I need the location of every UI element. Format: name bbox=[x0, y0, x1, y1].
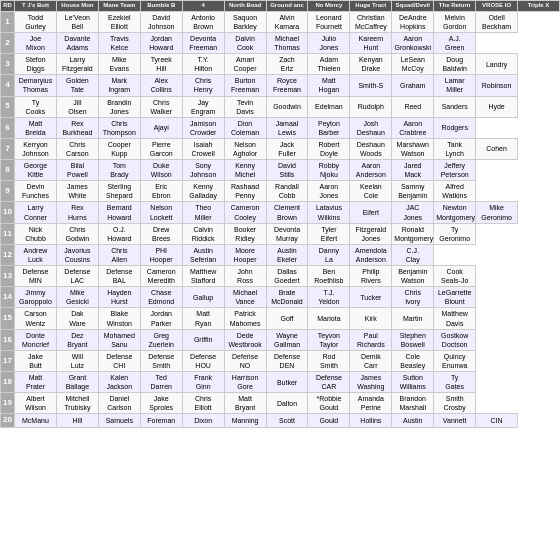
row-number: 10 bbox=[1, 202, 15, 223]
fantasy-draft-table: RD T J's Butt House Mon Mane Team Bumble… bbox=[0, 0, 560, 428]
player-cell: MitchellTrubisky bbox=[56, 393, 98, 414]
player-cell: LeSeanMcCoy bbox=[392, 54, 434, 75]
player-cell: DemikCarr bbox=[350, 350, 392, 371]
table-row: 14JimmyGaroppoloMikeGesickiHaydenHurstCh… bbox=[1, 287, 560, 308]
player-cell: MarshawnWatson bbox=[392, 138, 434, 159]
player-cell: Eifert bbox=[350, 202, 392, 223]
player-cell: FrankGinn bbox=[182, 371, 224, 392]
player-cell: DefenseSmith bbox=[140, 350, 182, 371]
player-cell: GostkowDoctson bbox=[434, 329, 476, 350]
player-cell: AaronCrabtree bbox=[392, 117, 434, 138]
player-cell: QuincyEnunwa bbox=[434, 350, 476, 371]
row-number: 16 bbox=[1, 329, 15, 350]
player-cell: StephenBoswell bbox=[392, 329, 434, 350]
player-cell: DeAndreHopkins bbox=[392, 11, 434, 32]
table-row: 10LarryConnerRexHurnsBernardHowardNelson… bbox=[1, 202, 560, 223]
player-cell: Hyde bbox=[476, 96, 518, 117]
player-cell: MikeEvans bbox=[98, 54, 140, 75]
player-cell: DrewBrees bbox=[140, 223, 182, 244]
player-cell: PatrickMahomes bbox=[224, 308, 266, 329]
player-cell: BrandonMarshall bbox=[392, 393, 434, 414]
header-sd: Squad/Devil bbox=[392, 1, 434, 12]
player-cell: ChaseEdmond bbox=[140, 287, 182, 308]
player-cell: Reed bbox=[392, 96, 434, 117]
player-cell: GoldenTate bbox=[56, 75, 98, 96]
header-bb: Bumble B bbox=[140, 1, 182, 12]
player-cell: Dixon bbox=[182, 414, 224, 427]
player-cell: DevontaMurray bbox=[266, 223, 308, 244]
table-row: 6MattBreidaRexBurkheadChrisThompsonAjayi… bbox=[1, 117, 560, 138]
player-cell: AntonioBrown bbox=[182, 11, 224, 32]
player-cell: WillLutz bbox=[56, 350, 98, 371]
player-cell: TyGeronimo bbox=[434, 223, 476, 244]
player-cell: PhilipRivers bbox=[350, 266, 392, 287]
player-cell: CookSeals-Jo bbox=[434, 266, 476, 287]
player-cell: FitzgeraldJones bbox=[350, 223, 392, 244]
player-cell: DavidJohnson bbox=[140, 11, 182, 32]
player-cell: CalvinRiddick bbox=[182, 223, 224, 244]
player-cell: ChrisHenry bbox=[182, 75, 224, 96]
player-cell: DakWare bbox=[56, 308, 98, 329]
player-cell: KareemHunt bbox=[350, 32, 392, 53]
player-cell: GrantBallage bbox=[56, 371, 98, 392]
player-cell: DefenseLAC bbox=[56, 266, 98, 287]
header-tj: T J's Butt bbox=[15, 1, 57, 12]
player-cell: DionColeman bbox=[224, 117, 266, 138]
player-cell: ChrisElliott bbox=[182, 393, 224, 414]
player-cell: AustinEkeler bbox=[266, 244, 308, 265]
player-cell: ChrisThompson bbox=[98, 117, 140, 138]
player-cell: BlakeWinston bbox=[98, 308, 140, 329]
player-cell: GregZuerlein bbox=[140, 329, 182, 350]
player-cell: DukeWilson bbox=[140, 160, 182, 181]
player-cell: JavoriusCousins bbox=[56, 244, 98, 265]
player-cell: TyreekHill bbox=[140, 54, 182, 75]
player-cell: Manning bbox=[224, 414, 266, 427]
player-cell: Hill bbox=[56, 414, 98, 427]
player-cell: O.J.Howard bbox=[98, 223, 140, 244]
player-cell: Graham bbox=[392, 75, 434, 96]
player-cell: WayneGallman bbox=[266, 329, 308, 350]
row-number: 19 bbox=[1, 393, 15, 414]
row-number: 13 bbox=[1, 266, 15, 287]
player-cell: KalenJackson bbox=[98, 371, 140, 392]
player-cell: RexHurns bbox=[56, 202, 98, 223]
player-cell: MikeGeronimo bbox=[476, 202, 518, 223]
player-cell: ClementBrown bbox=[266, 202, 308, 223]
player-cell: T.J.Yeldon bbox=[308, 287, 350, 308]
player-cell: DonteMoncrief bbox=[15, 329, 57, 350]
row-number: 3 bbox=[1, 54, 15, 75]
row-number: 9 bbox=[1, 181, 15, 202]
header-mt: Mane Team bbox=[98, 1, 140, 12]
player-cell: RoyceFreeman bbox=[266, 75, 308, 96]
player-cell: RodSmith bbox=[308, 350, 350, 371]
player-cell: TyGates bbox=[434, 371, 476, 392]
player-cell: LarryConner bbox=[15, 202, 57, 223]
player-cell: CarsonWentz bbox=[15, 308, 57, 329]
player-cell: ChrisIvory bbox=[392, 287, 434, 308]
player-cell: NickChubb bbox=[15, 223, 57, 244]
player-cell: BrateMcDonald bbox=[266, 287, 308, 308]
player-cell: DefenseHOU bbox=[182, 350, 224, 371]
player-cell: Cohen bbox=[476, 138, 518, 159]
player-cell: JillOlsen bbox=[56, 96, 98, 117]
player-cell: McManu bbox=[15, 414, 57, 427]
player-cell: TedDarren bbox=[140, 371, 182, 392]
player-cell: RobertDoyle bbox=[308, 138, 350, 159]
player-cell: ZachErtz bbox=[266, 54, 308, 75]
player-cell: BenRoethlisb bbox=[308, 266, 350, 287]
player-cell: MichaelThomas bbox=[266, 32, 308, 53]
player-cell: JakeButt bbox=[15, 350, 57, 371]
player-cell: LeonardFournett bbox=[308, 11, 350, 32]
player-cell: JaredMack bbox=[392, 160, 434, 181]
player-cell: Butker bbox=[266, 371, 308, 392]
player-cell: DedeWestbrook bbox=[224, 329, 266, 350]
table-row: 17JakeButtWillLutzDefenseCHIDefenseSmith… bbox=[1, 350, 560, 371]
player-cell: DefenseCAR bbox=[308, 371, 350, 392]
player-cell: AdamThielen bbox=[308, 54, 350, 75]
row-number: 1 bbox=[1, 11, 15, 32]
player-cell: JoeMixon bbox=[15, 32, 57, 53]
table-row: 3StefonDiggsLarryFitzgeraldMikeEvansTyre… bbox=[1, 54, 560, 75]
player-cell: Hollins bbox=[350, 414, 392, 427]
player-cell: LataviusWilkins bbox=[308, 202, 350, 223]
player-cell: TheoMiller bbox=[182, 202, 224, 223]
